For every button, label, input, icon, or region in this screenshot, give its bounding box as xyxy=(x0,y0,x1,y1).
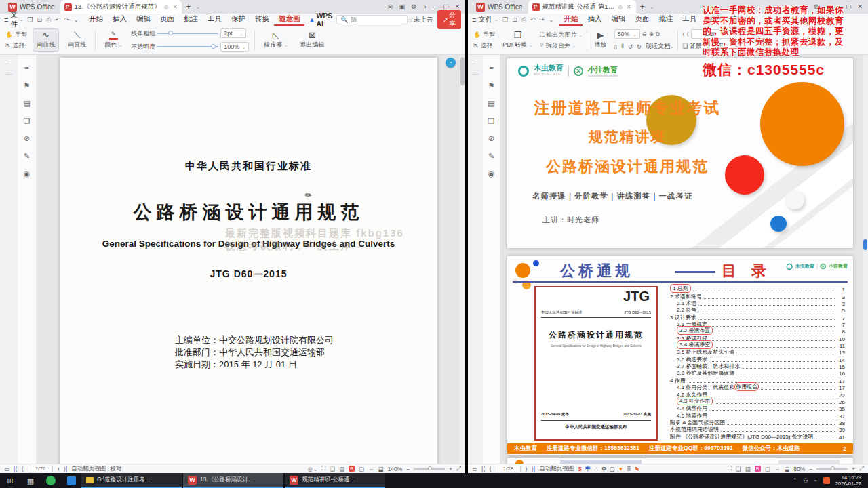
catalog-icon[interactable]: ≡ xyxy=(489,64,493,73)
fullscreen-icon[interactable]: ⤢ xyxy=(859,465,864,472)
fit-width-icon[interactable]: ⛶ xyxy=(728,465,732,472)
view-mode-2[interactable]: 校对 xyxy=(110,465,121,473)
read-aloud-button[interactable]: 朗读文档⌄ xyxy=(646,42,673,51)
undo-icon[interactable]: ↶ xyxy=(55,16,60,24)
open-icon[interactable]: ❐ xyxy=(28,16,33,24)
tab-close-icon[interactable]: ✕ xyxy=(626,4,632,10)
thumbnail-toggle-icon[interactable]: ▭ xyxy=(472,466,477,472)
tray-volume-icon[interactable]: ⌁ xyxy=(814,477,817,484)
two-page-button[interactable]: ⫴ 双页⌄ xyxy=(707,42,727,51)
single-page-icon[interactable]: ❏ xyxy=(330,466,335,472)
rotate-icon[interactable]: ⇔ xyxy=(368,466,374,472)
bookmark-icon[interactable]: ⚑ xyxy=(488,81,495,90)
background-button[interactable]: ❏ 背景 xyxy=(682,42,702,51)
maximize-icon[interactable]: ▢ xyxy=(846,3,852,10)
prev-page-icon[interactable]: ⟨ xyxy=(682,30,684,37)
grid-stamp-icon[interactable]: ⠿ xyxy=(627,466,631,472)
minimize-icon[interactable]: ─ xyxy=(433,3,437,10)
shirt-stamp-icon[interactable]: ▼ xyxy=(618,466,623,472)
s-stamp-icon[interactable]: S xyxy=(578,466,582,472)
menu-开始[interactable]: 开始 xyxy=(84,14,108,26)
file-menu[interactable]: ≡ 文件 ⌄ xyxy=(4,10,28,29)
taskbar-clock[interactable]: 14:16:23 2026-01-27 xyxy=(835,474,864,487)
menu-工具[interactable]: 工具 xyxy=(203,14,226,26)
undo-icon[interactable]: ↶ xyxy=(530,16,536,24)
thickness-slider[interactable] xyxy=(157,33,218,34)
maximize-icon[interactable]: ▢ xyxy=(443,3,449,10)
new-tab-button[interactable]: + xyxy=(182,2,195,12)
right-document-tab[interactable]: P 规范精讲班-公桥通-第1… ◎ ✕ xyxy=(528,0,636,14)
menu-插入[interactable]: 插入 xyxy=(583,14,606,26)
info-icon[interactable]: ◉ xyxy=(488,169,495,178)
close-icon[interactable]: ✕ xyxy=(857,3,863,10)
tab-list-caret[interactable]: ⌄ xyxy=(195,4,201,10)
more-icon[interactable]: ⌄ xyxy=(73,16,79,24)
robot-icon[interactable]: ◎ xyxy=(791,3,796,10)
file-menu[interactable]: ≡ 文件 ⌄ xyxy=(472,15,502,24)
target-stamp-icon[interactable]: ⚲ xyxy=(601,466,606,472)
fit-page-icon[interactable]: ⧉ xyxy=(656,30,660,38)
zoom-slider[interactable] xyxy=(414,468,445,470)
view-mode-1[interactable]: 自动翻页视图 xyxy=(539,465,574,473)
collaboration-float-button[interactable]: ◔ xyxy=(446,58,456,68)
taskbar-item[interactable]: G:\道路设计注册考… xyxy=(81,473,182,488)
thumbnail-icon[interactable]: ▤ xyxy=(23,99,30,108)
double-page-icon[interactable]: ▤ xyxy=(339,466,344,472)
open-icon[interactable]: ❐ xyxy=(502,16,508,24)
page-fit-icon[interactable]: ▢ xyxy=(765,466,770,472)
hand-tool[interactable]: ✋手型 xyxy=(5,30,27,39)
view-mode-1[interactable]: 自动翻页视图 xyxy=(71,465,106,473)
menu-批注[interactable]: 批注 xyxy=(179,14,203,26)
layout-icon[interactable]: ▣ xyxy=(802,3,808,10)
eye-protect-icon[interactable]: ◎⌄ xyxy=(308,466,318,472)
select-tool[interactable]: ⇱选择 xyxy=(473,41,495,50)
taskbar-app-green[interactable] xyxy=(41,473,61,488)
save-icon[interactable]: ⊡ xyxy=(512,16,517,24)
menu-保护[interactable]: 保护 xyxy=(701,14,725,26)
redo-icon[interactable]: ↷ xyxy=(539,16,545,24)
right-doc-area[interactable]: 木虫教育 MUCHONG EDU ✕ 小注教育 注册道路工程师专业考试 规范精讲… xyxy=(500,55,868,464)
left-scrollbar[interactable] xyxy=(460,55,465,464)
first-page-icon[interactable]: |⟨ xyxy=(14,466,18,472)
pen-stamp-icon[interactable]: ✎ xyxy=(635,466,639,472)
page-fit-icon[interactable]: ▢ xyxy=(359,466,364,472)
draw-curve-tool[interactable]: ∿ 画曲线 xyxy=(33,28,59,52)
signature-icon[interactable]: ✎ xyxy=(488,152,494,161)
left-doc-area[interactable]: 中华人民共和国行业标准 ✎ 公路桥涵设计通用规范 General Specifi… xyxy=(37,55,465,464)
zoom-out-icon[interactable]: ⊖ xyxy=(642,30,647,37)
settings-icon[interactable]: ⚙ xyxy=(411,3,416,10)
pen-color-picker[interactable]: ✎ 颜色⌄ xyxy=(101,29,125,51)
close-icon[interactable]: ✕ xyxy=(454,3,460,10)
zoom-out-icon[interactable]: − xyxy=(406,466,410,472)
settings-icon[interactable]: ⚙ xyxy=(814,3,819,10)
tab-list-caret[interactable]: ⌄ xyxy=(649,4,655,10)
taskbar-app-blue[interactable] xyxy=(61,473,81,488)
zoom-in-icon[interactable]: ⊕ xyxy=(649,30,654,37)
page-indicator[interactable]: 1/76 xyxy=(28,466,54,472)
attachment-icon[interactable]: ⊘ xyxy=(24,134,30,143)
menu-编辑[interactable]: 编辑 xyxy=(132,14,155,26)
wps-home-tab-right[interactable]: W WPS Office xyxy=(471,0,528,14)
zoom-out-icon[interactable]: − xyxy=(809,466,812,472)
menu-保护[interactable]: 保护 xyxy=(226,14,250,26)
cloud-status[interactable]: ◌ 未上云 xyxy=(408,16,433,24)
print-icon[interactable]: ⎙ xyxy=(46,16,51,24)
exit-edit-button[interactable]: ⊠ 退出编辑 xyxy=(296,29,328,51)
split-merge-button[interactable]: ⑂拆分合并⌄ xyxy=(540,41,582,50)
tab-close-icon[interactable]: ✕ xyxy=(172,4,178,10)
new-tab-button[interactable]: + xyxy=(636,2,649,12)
menu-批注[interactable]: 批注 xyxy=(654,14,677,26)
wps-ai-button[interactable]: ▲ WPS AI xyxy=(304,12,336,28)
tray-recording-icon[interactable] xyxy=(823,477,830,484)
theme-icon[interactable]: ◑ xyxy=(422,3,426,10)
read-mode-icon[interactable]: B xyxy=(755,466,761,472)
dots-stamp-icon[interactable]: ∴ xyxy=(595,466,598,472)
page-indicator[interactable]: 1/28 xyxy=(496,466,521,472)
hand-tool[interactable]: ✋手型 xyxy=(473,30,495,39)
print-icon[interactable]: ⎙ xyxy=(521,16,526,24)
rotate-right-icon[interactable]: ↻ xyxy=(637,43,642,50)
menu-页面[interactable]: 页面 xyxy=(155,14,179,26)
toc-entry[interactable]: 2.2 符号5 xyxy=(670,307,845,314)
zoom-level[interactable]: 140% xyxy=(388,466,403,472)
theme-icon[interactable]: ◑ xyxy=(825,3,829,10)
